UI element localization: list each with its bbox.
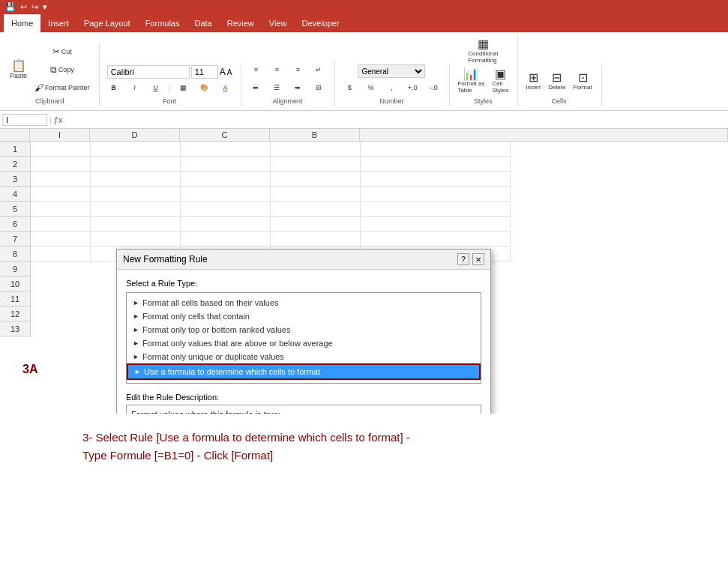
insert-cells-btn[interactable]: ⊞ Insert <box>523 66 544 96</box>
cell-rest-5[interactable] <box>361 202 511 217</box>
cell-styles-btn[interactable]: ▣ CellStyles <box>489 66 511 96</box>
rule-item-4[interactable]: ► Format only unique or duplicate values <box>127 350 481 363</box>
name-box-input[interactable] <box>2 114 47 126</box>
paste-btn[interactable]: 📋 Paste <box>7 53 30 86</box>
decrease-font-btn[interactable]: A <box>227 68 232 76</box>
cell-D7[interactable] <box>91 232 181 247</box>
cell-I2[interactable] <box>31 157 91 172</box>
cell-I4[interactable] <box>31 187 91 202</box>
wrap-text-btn[interactable]: ↵ <box>309 61 328 78</box>
comma-btn[interactable]: , <box>382 79 401 96</box>
format-as-table-icon: 📊 <box>463 68 478 80</box>
cell-I1[interactable] <box>31 142 91 157</box>
redo-icon[interactable]: ↪ <box>30 1 40 13</box>
cell-rest-6[interactable] <box>361 217 511 232</box>
delete-icon: ⊟ <box>552 72 562 84</box>
tab-developer[interactable]: Developer <box>294 14 346 32</box>
cell-C4[interactable] <box>181 187 271 202</box>
save-icon[interactable]: 💾 <box>4 1 17 13</box>
borders-btn[interactable]: ▦ <box>173 79 193 96</box>
cell-D4[interactable] <box>91 187 181 202</box>
cell-B3[interactable] <box>271 172 361 187</box>
cell-rest-3[interactable] <box>361 172 511 187</box>
cell-B4[interactable] <box>271 187 361 202</box>
cell-D3[interactable] <box>91 172 181 187</box>
increase-font-btn[interactable]: A <box>220 67 226 77</box>
align-top-left-btn[interactable]: ≡ <box>246 61 265 78</box>
format-as-table-btn[interactable]: 📊 Format asTable <box>454 66 487 96</box>
cell-C2[interactable] <box>181 157 271 172</box>
increase-decimal-btn[interactable]: +.0 <box>403 79 422 96</box>
cell-B2[interactable] <box>271 157 361 172</box>
bold-btn[interactable]: B <box>104 79 124 96</box>
conditional-formatting-btn[interactable]: ▦ ConditionalFormatting <box>465 36 501 66</box>
align-left-btn[interactable]: ⬅ <box>246 79 265 96</box>
copy-btn[interactable]: ⧉Copy <box>31 61 93 78</box>
dialog-help-btn[interactable]: ? <box>457 253 469 265</box>
italic-btn[interactable]: I <box>125 79 145 96</box>
cell-rest-1[interactable] <box>361 142 511 157</box>
cell-I3[interactable] <box>31 172 91 187</box>
font-color-btn[interactable]: A <box>215 79 235 96</box>
format-cells-btn[interactable]: ⊡ Format <box>570 66 595 96</box>
decrease-decimal-btn[interactable]: -.0 <box>424 79 443 96</box>
cell-rest-4[interactable] <box>361 187 511 202</box>
cell-C3[interactable] <box>181 172 271 187</box>
cell-D2[interactable] <box>91 157 181 172</box>
align-top-right-btn[interactable]: ≡ <box>288 61 307 78</box>
cell-C7[interactable] <box>181 232 271 247</box>
cut-btn[interactable]: ✂Cut <box>31 43 93 60</box>
tab-home[interactable]: Home <box>4 14 40 32</box>
align-left-icon: ⬅ <box>253 84 259 91</box>
tab-review[interactable]: Review <box>220 14 262 32</box>
number-format-select[interactable]: General <box>358 64 425 78</box>
align-top-center-btn[interactable]: ≡ <box>267 61 286 78</box>
align-right-btn[interactable]: ➡ <box>288 79 307 96</box>
rule-item-2[interactable]: ► Format only top or bottom ranked value… <box>127 323 481 336</box>
accounting-btn[interactable]: $ <box>340 79 359 96</box>
cell-C1[interactable] <box>181 142 271 157</box>
cell-D6[interactable] <box>91 217 181 232</box>
formula-input[interactable] <box>64 115 726 125</box>
tab-page-layout[interactable]: Page Layout <box>76 14 138 32</box>
cell-C5[interactable] <box>181 202 271 217</box>
cell-B6[interactable] <box>271 217 361 232</box>
customize-icon[interactable]: ▾ <box>41 1 49 13</box>
tab-data[interactable]: Data <box>187 14 219 32</box>
align-center-btn[interactable]: ☰ <box>267 79 286 96</box>
cell-C6[interactable] <box>181 217 271 232</box>
percent-btn[interactable]: % <box>361 79 380 96</box>
dialog-close-btn[interactable]: ✕ <box>472 253 484 265</box>
alignment-group: ≡ ≡ ≡ ↵ ⬅ ☰ ➡ ⊞ Alignment <box>243 60 335 106</box>
cell-rest-7[interactable] <box>361 232 511 247</box>
row-1: 1 <box>0 142 30 157</box>
cell-I7[interactable] <box>31 232 91 247</box>
rule-item-5[interactable]: ► Use a formula to determine which cells… <box>127 363 481 380</box>
tab-insert[interactable]: Insert <box>40 14 76 32</box>
cell-D1[interactable] <box>91 142 181 157</box>
rule-item-1[interactable]: ► Format only cells that contain <box>127 309 481 323</box>
rule-text-2: Format only top or bottom ranked values <box>142 325 290 334</box>
format-painter-btn[interactable]: 🖌Format Painter <box>31 79 93 96</box>
cell-B1[interactable] <box>271 142 361 157</box>
fill-color-btn[interactable]: 🎨 <box>194 79 214 96</box>
cell-rest-2[interactable] <box>361 157 511 172</box>
font-size-input[interactable] <box>191 65 218 79</box>
delete-cells-btn[interactable]: ⊟ Delete <box>545 66 568 96</box>
cell-D5[interactable] <box>91 202 181 217</box>
cell-I5[interactable] <box>31 202 91 217</box>
rule-item-0[interactable]: ► Format all cells based on their values <box>127 296 481 309</box>
merge-btn[interactable]: ⊞ <box>309 79 328 96</box>
underline-btn[interactable]: U <box>146 79 166 96</box>
cell-B5[interactable] <box>271 202 361 217</box>
cell-I8[interactable] <box>31 247 91 262</box>
rule-text-4: Format only unique or duplicate values <box>142 352 284 361</box>
rule-item-3[interactable]: ► Format only values that are above or b… <box>127 336 481 350</box>
cell-B7[interactable] <box>271 232 361 247</box>
tab-formulas[interactable]: Formulas <box>138 14 187 32</box>
tab-view[interactable]: View <box>262 14 295 32</box>
undo-icon[interactable]: ↩ <box>19 1 28 13</box>
cell-I6[interactable] <box>31 217 91 232</box>
font-name-input[interactable] <box>107 65 190 79</box>
align-top-left-icon: ≡ <box>254 66 258 73</box>
